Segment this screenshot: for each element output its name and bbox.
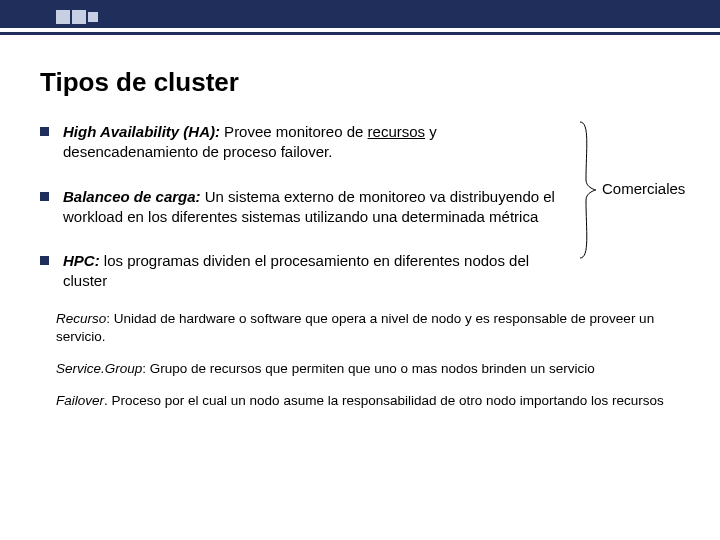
bullet-list: High Availability (HA): Provee monitoreo… [40, 122, 570, 310]
definition-recurso: Recurso: Unidad de hardware o software q… [56, 310, 680, 346]
slide-title: Tipos de cluster [40, 67, 680, 98]
bullet-icon [40, 256, 49, 265]
decorative-squares [56, 10, 98, 24]
definition-servicegroup: Service.Group: Grupo de recursos que per… [56, 360, 680, 378]
definition-term: Recurso [56, 311, 106, 326]
bullet-term: Balanceo de carga: [63, 188, 201, 205]
underlined-word: recursos [368, 123, 426, 140]
bullet-term: High Availability (HA): [63, 123, 220, 140]
definition-failover: Failover. Proceso por el cual un nodo as… [56, 392, 680, 410]
square-icon [56, 10, 70, 24]
bullet-text: High Availability (HA): Provee monitoreo… [63, 122, 570, 163]
bullet-text: Balanceo de carga: Un sistema externo de… [63, 187, 570, 228]
bullet-item-hpc: HPC: los programas dividen el procesamie… [40, 251, 570, 292]
bullet-icon [40, 192, 49, 201]
title-bar [0, 0, 720, 28]
slide-content: Tipos de cluster High Availability (HA):… [0, 35, 720, 434]
bullet-icon [40, 127, 49, 136]
bullet-text: HPC: los programas dividen el procesamie… [63, 251, 570, 292]
curly-brace [576, 120, 598, 300]
bullet-item-ha: High Availability (HA): Provee monitoreo… [40, 122, 570, 163]
definition-term: Service.Group [56, 361, 142, 376]
bullet-term: HPC: [63, 252, 100, 269]
annotation-comerciales: Comerciales [602, 180, 685, 197]
bullet-item-balanceo: Balanceo de carga: Un sistema externo de… [40, 187, 570, 228]
definitions: Recurso: Unidad de hardware o software q… [40, 310, 680, 411]
square-icon [72, 10, 86, 24]
definition-term: Failover [56, 393, 104, 408]
square-icon [88, 12, 98, 22]
